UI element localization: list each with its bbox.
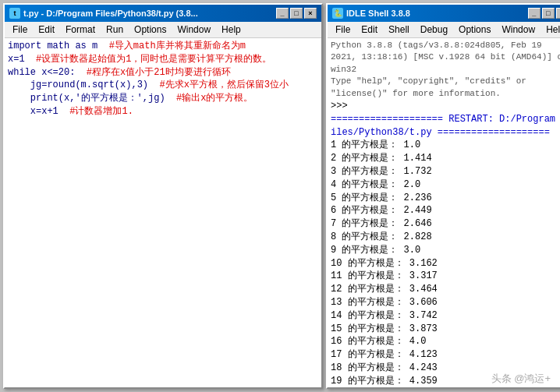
shell-result-line: 14 的平方根是： 3.742 bbox=[331, 309, 560, 323]
shell-intro2: Type "help", "copyright", "credits" or "… bbox=[331, 76, 560, 100]
shell-menu-shell[interactable]: Shell bbox=[384, 23, 414, 36]
editor-menu-options[interactable]: Options bbox=[129, 23, 171, 36]
shell-menu-debug[interactable]: Debug bbox=[416, 23, 452, 36]
shell-title: IDLE Shell 3.8.8 bbox=[346, 9, 410, 18]
editor-menu-bar: File Edit Format Run Options Window Help bbox=[5, 22, 321, 38]
code-line: x=1 #设置计数器起始值为1，同时也是需要计算平方根的数。 bbox=[8, 53, 318, 66]
shell-intro: Python 3.8.8 (tags/v3.8.8:024d805, Feb 1… bbox=[331, 40, 560, 76]
editor-content[interactable]: import math as m #导入math库并将其重新命名为mx=1 #设… bbox=[5, 38, 321, 387]
shell-close-btn[interactable]: × bbox=[556, 8, 560, 19]
shell-prompt-1: >>> bbox=[331, 100, 560, 113]
shell-result-line: 5 的平方根是： 2.236 bbox=[331, 192, 560, 205]
shell-menu-edit[interactable]: Edit bbox=[356, 23, 382, 36]
editor-menu-run[interactable]: Run bbox=[101, 23, 128, 36]
shell-result-line: 7 的平方根是： 2.646 bbox=[331, 217, 560, 231]
shell-restart-line: ==================== RESTART: D:/Program… bbox=[331, 113, 560, 139]
editor-icon: t bbox=[9, 8, 20, 19]
shell-window: 🐍 IDLE Shell 3.8.8 _ □ × File Edit Shell… bbox=[326, 3, 560, 389]
shell-result-line: 11 的平方根是： 3.317 bbox=[331, 270, 560, 283]
shell-minimize-btn[interactable]: _ bbox=[528, 8, 541, 19]
editor-title: t.py - D:/Program Files/Python38/t.py (3… bbox=[23, 9, 198, 18]
shell-result-line: 16 的平方根是： 4.0 bbox=[331, 335, 560, 348]
editor-maximize-btn[interactable]: □ bbox=[290, 8, 303, 19]
shell-icon: 🐍 bbox=[332, 8, 343, 19]
editor-menu-window[interactable]: Window bbox=[172, 23, 215, 36]
code-line: while x<=20: #程序在x值小于21时均要进行循环 bbox=[8, 66, 318, 79]
editor-title-bar: t t.py - D:/Program Files/Python38/t.py … bbox=[5, 5, 321, 22]
editor-menu-file[interactable]: File bbox=[8, 23, 32, 36]
editor-close-btn[interactable]: × bbox=[304, 8, 317, 19]
editor-menu-format[interactable]: Format bbox=[61, 23, 100, 36]
shell-result-line: 4 的平方根是： 2.0 bbox=[331, 178, 560, 192]
shell-result-line: 1 的平方根是： 1.0 bbox=[331, 139, 560, 152]
shell-result-line: 12 的平方根是： 3.464 bbox=[331, 283, 560, 296]
shell-menu-bar: File Edit Shell Debug Options Window Hel… bbox=[328, 22, 560, 38]
editor-menu-edit[interactable]: Edit bbox=[34, 23, 59, 36]
shell-result-line: 10 的平方根是： 3.162 bbox=[331, 257, 560, 270]
shell-result-line: 18 的平方根是： 4.243 bbox=[331, 362, 560, 375]
shell-result-line: 9 的平方根是： 3.0 bbox=[331, 244, 560, 257]
editor-minimize-btn[interactable]: _ bbox=[276, 8, 289, 19]
shell-menu-help[interactable]: Help bbox=[541, 23, 560, 36]
shell-result-line: 15 的平方根是： 3.873 bbox=[331, 323, 560, 336]
code-line: print(x,'的平方根是：',jg) #输出x的平方根。 bbox=[8, 92, 318, 105]
shell-result-line: 19 的平方根是： 4.359 bbox=[331, 375, 560, 387]
shell-result-line: 3 的平方根是： 1.732 bbox=[331, 165, 560, 178]
shell-result-line: 13 的平方根是： 3.606 bbox=[331, 296, 560, 309]
code-line: import math as m #导入math库并将其重新命名为m bbox=[8, 40, 318, 53]
shell-content[interactable]: Python 3.8.8 (tags/v3.8.8:024d805, Feb 1… bbox=[328, 38, 560, 387]
shell-maximize-btn[interactable]: □ bbox=[542, 8, 555, 19]
shell-menu-window[interactable]: Window bbox=[497, 23, 540, 36]
shell-title-bar: 🐍 IDLE Shell 3.8.8 _ □ × bbox=[328, 5, 560, 22]
editor-menu-help[interactable]: Help bbox=[217, 23, 246, 36]
shell-menu-options[interactable]: Options bbox=[454, 23, 495, 36]
shell-result-line: 8 的平方根是： 2.828 bbox=[331, 231, 560, 244]
shell-result-line: 6 的平方根是： 2.449 bbox=[331, 204, 560, 217]
shell-result-line: 17 的平方根是： 4.123 bbox=[331, 348, 560, 362]
shell-menu-file[interactable]: File bbox=[331, 23, 355, 36]
shell-result-line: 2 的平方根是： 1.414 bbox=[331, 152, 560, 165]
code-line: jg=round(m.sqrt(x),3) #先求x平方根，然后保留3位小 bbox=[8, 79, 318, 92]
editor-window: t t.py - D:/Program Files/Python38/t.py … bbox=[3, 3, 323, 389]
code-line: x=x+1 #计数器增加1. bbox=[8, 105, 318, 118]
